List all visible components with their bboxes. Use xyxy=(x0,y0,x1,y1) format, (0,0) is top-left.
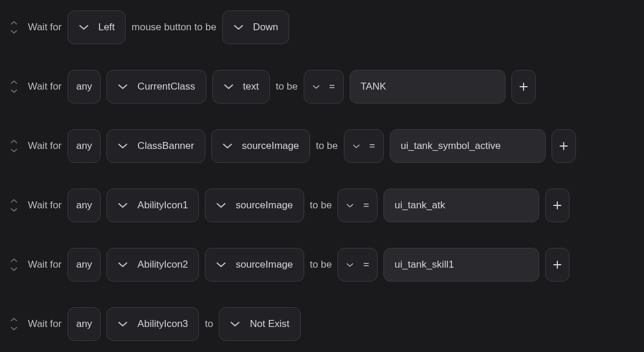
exist-state-dropdown-label: Not Exist xyxy=(250,318,289,330)
scope-dropdown-label: any xyxy=(76,81,92,93)
move-down-button[interactable] xyxy=(9,325,19,332)
scope-dropdown[interactable]: any xyxy=(67,307,101,341)
value-input[interactable] xyxy=(390,129,546,163)
move-down-button[interactable] xyxy=(9,266,19,273)
chevron-down-icon xyxy=(222,143,233,150)
operator-dropdown[interactable]: = xyxy=(337,248,378,282)
move-down-button[interactable] xyxy=(9,29,19,35)
to-be-label: to be xyxy=(276,81,298,93)
target-dropdown[interactable]: CurrentClass xyxy=(106,70,206,104)
wait-for-label: Wait for xyxy=(28,81,62,93)
chevron-down-icon xyxy=(118,83,128,90)
target-dropdown-label: CurrentClass xyxy=(137,81,195,93)
property-dropdown[interactable]: sourceImage xyxy=(205,248,304,282)
move-up-button[interactable] xyxy=(9,19,19,26)
add-condition-button[interactable] xyxy=(545,189,570,222)
operator-dropdown-label: = xyxy=(363,259,369,271)
mouse-button-dropdown[interactable]: Left xyxy=(67,10,126,44)
property-dropdown-label: sourceImage xyxy=(236,200,293,211)
mouse-button-dropdown-label: Left xyxy=(98,22,115,33)
move-up-button[interactable] xyxy=(9,257,19,264)
add-condition-button[interactable] xyxy=(545,248,570,282)
move-up-button[interactable] xyxy=(9,138,19,145)
scope-dropdown[interactable]: any xyxy=(67,129,101,163)
reorder-handle xyxy=(9,316,19,332)
move-up-button[interactable] xyxy=(9,79,19,86)
target-dropdown-label: AbilityIcon2 xyxy=(137,259,188,271)
wait-step-row: Wait for any AbilityIcon1 sourceImage to… xyxy=(9,189,635,222)
value-input[interactable] xyxy=(383,248,539,282)
chevron-down-icon xyxy=(118,261,128,268)
target-dropdown[interactable]: AbilityIcon3 xyxy=(106,307,199,341)
to-be-label: to be xyxy=(310,200,332,211)
scope-dropdown-label: any xyxy=(76,318,92,330)
move-down-button[interactable] xyxy=(9,207,19,214)
operator-dropdown-label: = xyxy=(329,81,335,93)
reorder-handle xyxy=(9,197,19,214)
wait-for-label: Wait for xyxy=(28,200,62,211)
chevron-down-icon xyxy=(230,321,240,328)
wait-step-row: Wait for any AbilityIcon3 to Not Exist xyxy=(9,307,635,341)
operator-dropdown[interactable]: = xyxy=(337,189,378,222)
move-up-button[interactable] xyxy=(9,197,19,204)
wait-step-row: Wait for any CurrentClass text to be = xyxy=(9,70,635,104)
add-condition-button[interactable] xyxy=(511,70,536,104)
property-dropdown[interactable]: sourceImage xyxy=(205,189,304,222)
wait-step-row: Wait for any ClassBanner sourceImage to … xyxy=(9,129,635,163)
chevron-down-icon xyxy=(233,24,244,31)
target-dropdown-label: AbilityIcon1 xyxy=(137,200,188,211)
operator-dropdown-label: = xyxy=(363,200,369,211)
add-condition-button[interactable] xyxy=(552,129,576,163)
move-down-button[interactable] xyxy=(9,147,19,154)
scope-dropdown[interactable]: any xyxy=(67,189,101,222)
property-dropdown[interactable]: sourceImage xyxy=(211,129,310,163)
chevron-down-icon xyxy=(346,262,354,268)
to-be-label: to be xyxy=(310,259,332,271)
value-input[interactable] xyxy=(350,70,506,104)
to-label: to xyxy=(205,318,213,330)
scope-dropdown-label: any xyxy=(76,200,92,211)
wait-for-label: Wait for xyxy=(28,140,62,152)
chevron-down-icon xyxy=(346,203,354,208)
scope-dropdown[interactable]: any xyxy=(67,70,101,104)
chevron-down-icon xyxy=(216,202,226,209)
to-be-label: to be xyxy=(316,140,338,152)
operator-dropdown-label: = xyxy=(369,140,375,152)
property-dropdown-label: sourceImage xyxy=(242,140,299,152)
wait-for-label: Wait for xyxy=(28,22,62,33)
target-dropdown-label: AbilityIcon3 xyxy=(137,318,188,330)
exist-state-dropdown[interactable]: Not Exist xyxy=(219,307,300,341)
chevron-down-icon xyxy=(118,143,128,150)
chevron-down-icon xyxy=(118,321,128,328)
wait-for-label: Wait for xyxy=(28,259,62,271)
chevron-down-icon xyxy=(223,83,234,90)
wait-step-row: Wait for any AbilityIcon2 sourceImage to… xyxy=(9,248,635,282)
target-dropdown[interactable]: ClassBanner xyxy=(106,129,205,163)
mouse-state-dropdown-label: Down xyxy=(253,22,278,33)
move-up-button[interactable] xyxy=(9,316,19,323)
operator-dropdown[interactable]: = xyxy=(304,70,344,104)
reorder-handle xyxy=(9,138,19,154)
scope-dropdown[interactable]: any xyxy=(67,248,101,282)
wait-step-row: Wait for Left mouse button to be Down xyxy=(9,10,635,44)
chevron-down-icon xyxy=(353,144,360,149)
target-dropdown[interactable]: AbilityIcon2 xyxy=(106,248,199,282)
chevron-down-icon xyxy=(79,24,89,31)
move-down-button[interactable] xyxy=(9,88,19,95)
property-dropdown-label: sourceImage xyxy=(236,259,293,271)
scope-dropdown-label: any xyxy=(76,259,92,271)
chevron-down-icon xyxy=(118,202,128,209)
value-input[interactable] xyxy=(383,189,539,222)
reorder-handle xyxy=(9,79,19,95)
mouse-state-dropdown[interactable]: Down xyxy=(222,10,289,44)
chevron-down-icon xyxy=(312,84,320,90)
wait-for-label: Wait for xyxy=(28,318,62,330)
property-dropdown[interactable]: text xyxy=(212,70,270,104)
chevron-down-icon xyxy=(216,261,226,268)
reorder-handle xyxy=(9,19,19,35)
target-dropdown[interactable]: AbilityIcon1 xyxy=(106,189,199,222)
target-dropdown-label: ClassBanner xyxy=(137,140,194,152)
mouse-to-be-label: mouse button to be xyxy=(131,22,216,33)
reorder-handle xyxy=(9,257,19,273)
operator-dropdown[interactable]: = xyxy=(344,129,384,163)
